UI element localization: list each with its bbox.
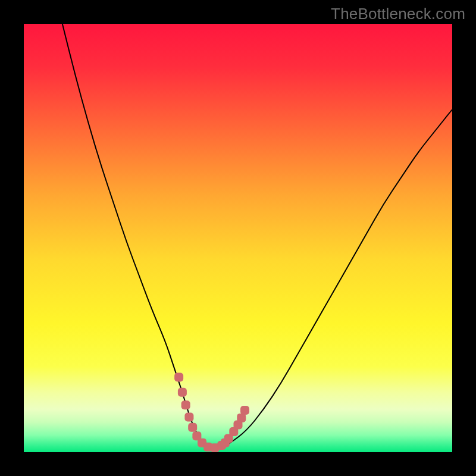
bottleneck-curve: [24, 24, 452, 452]
plot-area: [24, 24, 452, 452]
marker-point: [181, 400, 190, 409]
highlight-markers: [174, 373, 249, 453]
curve-line: [62, 24, 452, 448]
marker-point: [237, 414, 246, 422]
marker-point: [188, 423, 197, 432]
marker-point: [174, 373, 183, 382]
marker-point: [178, 388, 187, 397]
watermark-text: TheBottleneck.com: [331, 5, 465, 23]
marker-point: [184, 412, 193, 421]
chart-frame: TheBottleneck.com: [0, 0, 476, 476]
marker-point: [240, 406, 249, 415]
